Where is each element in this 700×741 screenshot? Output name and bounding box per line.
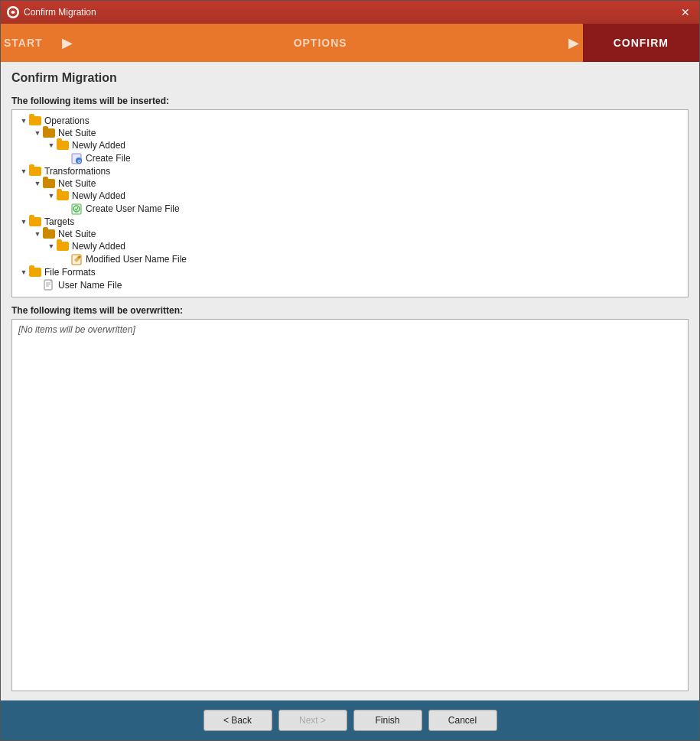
overwritten-empty-text: [No items will be overwritten] (18, 324, 135, 335)
folder-icon-transformations-netsuite (43, 179, 55, 188)
folder-icon-operations (29, 116, 41, 125)
expand-transformations-newlyadded[interactable]: ▼ (46, 190, 57, 201)
svg-text:⚙: ⚙ (77, 159, 81, 164)
close-button[interactable]: ✕ (678, 5, 693, 20)
tree-row-fileformats: ▼ File Formats (15, 266, 685, 278)
folder-icon-operations-netsuite (43, 128, 55, 138)
tree-row-transformations-newlyadded: ▼ Newly Added (15, 190, 685, 202)
footer: < Back Next > Finish Cancel (1, 700, 699, 740)
inserted-label: The following items will be inserted: (11, 96, 689, 106)
label-transformations-netsuite: Net Suite (58, 178, 96, 189)
expand-transformations-netsuite[interactable]: ▼ (32, 178, 43, 189)
expand-operations-newlyadded[interactable]: ▼ (46, 140, 57, 151)
label-targets-netsuite: Net Suite (58, 229, 96, 239)
tree-row-targets-newlyadded: ▼ Newly Added (15, 240, 685, 252)
tree-row-create-file: ⚙ Create File (15, 151, 685, 165)
label-operations: Operations (44, 115, 90, 126)
spacer-create-file (60, 153, 70, 164)
title-bar-text: Confirm Migration (24, 7, 678, 18)
folder-icon-transformations (29, 167, 41, 176)
expand-targets[interactable]: ▼ (18, 216, 29, 227)
spacer-user-name-file (32, 280, 43, 291)
tree-row-user-name-file: User Name File (15, 278, 685, 292)
cancel-button[interactable]: Cancel (428, 710, 497, 731)
modified-username-file-icon (70, 253, 83, 265)
tree-row-operations-netsuite: ▼ Net Suite (15, 127, 685, 139)
overwritten-panel: [No items will be overwritten] (11, 319, 689, 691)
overwritten-section: The following items will be overwritten:… (11, 305, 689, 691)
app-icon (7, 6, 19, 18)
wizard-step-start: START (1, 24, 58, 62)
label-targets: Targets (44, 216, 74, 227)
page-title: Confirm Migration (11, 71, 689, 85)
folder-icon-transformations-newlyadded (57, 191, 69, 200)
wizard-step-options: OPTIONS (77, 24, 565, 62)
label-modified-username-file: Modified User Name File (86, 254, 187, 265)
folder-icon-operations-newlyadded (57, 141, 69, 150)
back-button[interactable]: < Back (203, 710, 272, 731)
folder-icon-fileformats (29, 268, 41, 277)
wizard-nav: START ▶ OPTIONS ▶ CONFIRM (1, 24, 699, 62)
folder-icon-targets (29, 217, 41, 226)
inserted-section: The following items will be inserted: ▼ … (11, 96, 689, 297)
tree-row-modified-username-file: Modified User Name File (15, 252, 685, 266)
label-user-name-file: User Name File (58, 280, 122, 291)
spacer-modified-username (60, 254, 70, 265)
label-create-username-file: Create User Name File (86, 203, 180, 214)
spacer-create-username (60, 203, 70, 214)
wizard-arrow-2: ▶ (565, 34, 583, 51)
expand-operations-netsuite[interactable]: ▼ (32, 128, 43, 138)
main-window: Confirm Migration ✕ START ▶ OPTIONS ▶ CO… (0, 0, 700, 741)
tree-row-targets: ▼ Targets (15, 216, 685, 228)
label-transformations: Transformations (44, 166, 110, 177)
folder-icon-targets-newlyadded (57, 242, 69, 251)
title-bar: Confirm Migration ✕ (1, 1, 699, 24)
user-name-file-icon (43, 279, 55, 291)
label-operations-netsuite: Net Suite (58, 128, 96, 138)
create-username-file-icon (70, 203, 83, 215)
expand-fileformats[interactable]: ▼ (18, 267, 29, 278)
tree-row-transformations-netsuite: ▼ Net Suite (15, 177, 685, 190)
tree-row-targets-netsuite: ▼ Net Suite (15, 228, 685, 240)
tree-row-operations: ▼ Operations (15, 115, 685, 127)
expand-operations[interactable]: ▼ (18, 115, 29, 126)
next-button[interactable]: Next > (278, 710, 347, 731)
expand-targets-newlyadded[interactable]: ▼ (46, 241, 57, 252)
expand-targets-netsuite[interactable]: ▼ (32, 229, 43, 239)
tree-row-transformations: ▼ Transformations (15, 165, 685, 177)
label-fileformats: File Formats (44, 267, 96, 278)
wizard-step-confirm: CONFIRM (583, 24, 699, 62)
label-transformations-newlyadded: Newly Added (72, 190, 125, 201)
create-file-icon: ⚙ (70, 152, 83, 164)
folder-icon-targets-netsuite (43, 229, 55, 239)
content-area: Confirm Migration The following items wi… (1, 62, 699, 700)
overwritten-label: The following items will be overwritten: (11, 305, 689, 316)
inserted-tree-panel: ▼ Operations ▼ Net Suite ▼ Newly Added (11, 109, 689, 297)
tree-row-create-username-file: Create User Name File (15, 202, 685, 216)
tree-row-operations-newlyadded: ▼ Newly Added (15, 139, 685, 151)
label-create-file: Create File (86, 153, 131, 164)
expand-transformations[interactable]: ▼ (18, 166, 29, 177)
finish-button[interactable]: Finish (353, 710, 422, 731)
label-operations-newlyadded: Newly Added (72, 140, 125, 151)
label-targets-newlyadded: Newly Added (72, 241, 125, 252)
wizard-arrow-1: ▶ (58, 34, 77, 51)
